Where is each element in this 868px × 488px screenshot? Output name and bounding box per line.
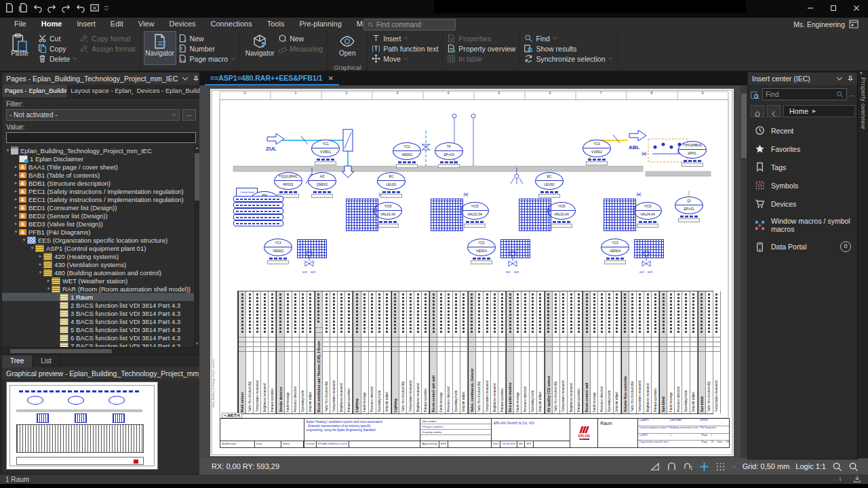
ribbon-tab-pre-planning[interactable]: Pre-planning [292, 18, 349, 31]
filter-more-button[interactable]: ... [182, 109, 196, 121]
download-tray-icon[interactable] [853, 475, 861, 483]
ribbon-tab-file[interactable]: File [7, 18, 34, 31]
grid-size[interactable]: Grid: 0,50 mm [743, 462, 790, 470]
document-tab[interactable]: ==ASP1=480.RAR++EES&PFB1/1 ✕ [205, 72, 339, 85]
tree-item-eplan-building-technolog[interactable]: ▾Eplan_Building_Technology_Project_mm_IE… [2, 146, 200, 155]
insert-center-item-window-macros-symbol-macros[interactable]: Window macros / symbol macros [748, 213, 858, 237]
new-project-icon[interactable] [4, 3, 14, 13]
tree-expander-icon[interactable]: ▸ [13, 180, 19, 186]
ribbon-tab-tools[interactable]: Tools [260, 18, 292, 31]
paste-button[interactable]: Paste [4, 32, 35, 64]
search-options-button[interactable]: ... [850, 91, 855, 98]
tree-item-pfb1-p-i-diagrams[interactable]: ▾&PFB1 (P&I Diagrams) [2, 228, 200, 236]
document-tab-close-icon[interactable]: ✕ [328, 75, 333, 82]
tree-item-430-ventilation-systems[interactable]: ▸430 (Ventilation systems) [2, 260, 200, 268]
undo-alt-icon[interactable] [75, 3, 85, 13]
tree-horizontal-scrollbar[interactable] [2, 347, 200, 354]
tab-tree-view[interactable]: Tree [2, 355, 33, 367]
tree-expander-icon[interactable]: ▾ [13, 229, 19, 235]
instrument-yic5-val04-04[interactable]: YIC5VAL04.04 [633, 202, 663, 228]
delete-button[interactable]: Delete [38, 54, 77, 64]
instrument-qi-ep-01[interactable]: QIEP+01 [674, 197, 704, 222]
tree-item-ees-organization-specif[interactable]: ▾EES (Organization specific location str… [2, 236, 200, 244]
new-button[interactable]: New [278, 33, 323, 43]
instrument-t-hu-mb-a-ep01[interactable]: T(HU)MB(A)EP01 [677, 141, 707, 167]
pages-panel-header[interactable]: Pages - Eplan_Building_Technology_Projec… [2, 73, 200, 85]
tree-item-bed1-consumer-list-des[interactable]: ▸&BED1 (Consumer list (Design)) [2, 203, 200, 211]
user-menu[interactable]: Ms. Engineering [793, 20, 859, 28]
tree-expander-icon[interactable]: ▸ [13, 164, 19, 169]
maximize-button[interactable] [822, 0, 845, 16]
tree-item-pec1-safety-instruction[interactable]: ▸&PEC1 (Safety instructions / Implementa… [2, 187, 200, 195]
copy-button[interactable]: Copy [38, 43, 77, 54]
graphical-preview[interactable] [2, 380, 200, 474]
tree-item-bed2-sensor-list-desig[interactable]: ▸&BED2 (Sensor list (Design)) [2, 211, 200, 220]
instrument-az-qm001[interactable]: AZQM001 [307, 172, 337, 198]
synchronize-selection-button[interactable]: Synchronize selection [524, 54, 612, 64]
tab-layout-space[interactable]: Layout space - Eplan_Bu... [68, 85, 134, 98]
tree-expander-icon[interactable]: ▾ [21, 237, 27, 243]
tree-expander-icon[interactable]: ▾ [5, 148, 11, 153]
ribbon-tab-connections[interactable]: Connections [203, 18, 260, 31]
tree-expander-icon[interactable]: ▸ [37, 253, 43, 259]
insert-center-search-input[interactable]: Find [762, 88, 847, 100]
tree-item-bdb1-structure-descript[interactable]: ▸&BDB1 (Structure description) [2, 179, 200, 187]
redo-alt-icon[interactable] [61, 3, 71, 13]
page-macro-button[interactable]: Page macro [178, 54, 236, 64]
tree-item-5-bacs-function-list-vdi[interactable]: 5 BACS function list VDI 3814 Part 4.3 [2, 325, 200, 333]
tree-item-baa1-title-page-cover[interactable]: ▸&BAA1 (Title page / cover sheet) [2, 163, 200, 171]
breadcrumb[interactable]: Home ▶ [783, 105, 855, 117]
undo-icon[interactable] [33, 3, 43, 13]
ribbon-tab-home[interactable]: Home [34, 18, 70, 33]
tree-item-eec1-safety-instruction[interactable]: ▸&EEC1 (Safety instructions / Implementa… [2, 195, 200, 203]
navigator-button[interactable]: Navigator [244, 32, 275, 64]
schematic-sheet[interactable]: HZVHZRHZVHZRHZVHZR Eplan_Building_Techno… [210, 89, 734, 456]
tree-item-bab1-table-of-contents[interactable]: ▸&BAB1 (Table of contents) [2, 171, 200, 179]
instrument-yc3-vvr02[interactable]: YC3VVR02 [582, 140, 612, 165]
home-button[interactable] [751, 105, 764, 117]
new-button[interactable]: New [178, 33, 236, 43]
tree-item-4-bacs-function-list-vdi[interactable]: 4 BACS function list VDI 3814 Part 4.3 [2, 317, 200, 325]
tree-expander-icon[interactable]: ▸ [13, 188, 19, 194]
tree-expander-icon[interactable]: ▸ [13, 197, 19, 202]
tree-expander-icon[interactable]: ▾ [29, 245, 35, 251]
show-results-button[interactable]: Show results [524, 43, 612, 54]
grid-dropdown-chevron[interactable] [732, 464, 736, 469]
cut-button[interactable]: Cut [38, 33, 77, 43]
connection-points-icon[interactable] [683, 462, 693, 472]
insert-button[interactable]: Insert [372, 33, 438, 43]
find-command-box[interactable]: Find command [363, 19, 456, 30]
tree-expander-icon[interactable]: ▸ [13, 172, 19, 178]
instrument-yc3-ven04[interactable]: YC3VEN04 [600, 239, 630, 264]
path-function-text-button[interactable]: Path function text [372, 43, 438, 54]
angle-snap-icon[interactable] [650, 462, 660, 472]
tab-devices[interactable]: Devices - Eplan_Building... [134, 85, 200, 98]
instrument-yc2-ven03[interactable]: YC2VEN03 [467, 239, 496, 264]
canvas-vertical-scrollbar[interactable] [741, 85, 747, 458]
instrument-ec-leu02[interactable]: ECLEU02 [534, 172, 564, 198]
tree-expander-icon[interactable]: ▸ [13, 221, 19, 226]
tree-item-6-bacs-function-list-vdi[interactable]: 6 BACS function list VDI 3814 Part 4.3 [2, 333, 200, 342]
find-button[interactable]: Find [524, 33, 612, 43]
ribbon-tab-insert[interactable]: Insert [69, 18, 103, 31]
insert-center-item-favorites[interactable]: Favorites [748, 140, 858, 158]
value-input[interactable] [6, 132, 196, 143]
property-overview-button[interactable]: Property overview [447, 43, 515, 54]
tree-item-wet-weather-station[interactable]: ▸WET (Weather station) [2, 277, 200, 285]
tree-item-1-raum[interactable]: 1 Raum [2, 293, 200, 301]
tree-expander-icon[interactable]: ▾ [45, 286, 52, 291]
minimize-button[interactable] [799, 0, 822, 16]
instrument-yc1-ven02[interactable]: YC1VEN02 [263, 239, 293, 264]
insert-center-item-symbols[interactable]: Symbols [748, 176, 858, 195]
ribbon-tab-edit[interactable]: Edit [103, 18, 131, 31]
tree-expander-icon[interactable]: ▸ [13, 205, 19, 210]
navigator-button[interactable]: Navigator [144, 32, 176, 64]
close-button[interactable] [845, 0, 868, 16]
search-results-icon[interactable] [751, 90, 760, 99]
tree-item-rar-room-room-automati[interactable]: ▾RAR (Room (Room automation shell model)… [2, 285, 200, 293]
tab-pages[interactable]: Pages - Eplan_Building_... [2, 85, 68, 98]
insert-center-item-devices[interactable]: Devices [748, 195, 858, 213]
tree-item-3-bacs-function-list-vdi[interactable]: 3 BACS function list VDI 3814 Part 4.3 [2, 309, 200, 317]
redo-icon[interactable] [47, 3, 57, 13]
insert-center-item-recent[interactable]: Recent [748, 121, 858, 140]
